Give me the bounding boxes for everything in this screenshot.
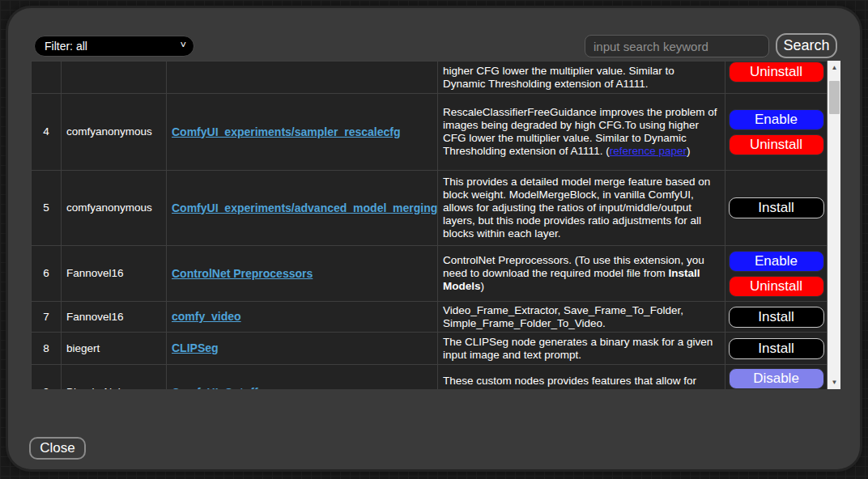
row-author: biegert [62,333,167,365]
row-actions: EnableUninstall [725,246,828,302]
row-author: comfyanonymous [62,171,167,246]
row-description: These custom nodes provides features tha… [438,365,725,390]
row-description: This provides a detailed model merge fea… [438,171,725,246]
row-title-cell: ComfyUI_experiments/sampler_rescalecfg [167,94,438,171]
search-input[interactable] [585,35,769,57]
description-text: ) [481,280,485,292]
row-actions: Install [725,171,828,246]
description-text: Video_Frame_Extractor, Save_Frame_To_Fol… [443,304,683,329]
row-description: The CLIPSeg node generates a binary mask… [438,333,725,365]
install-button[interactable]: Install [729,338,824,359]
row-actions: Uninstall [725,61,828,94]
description-text: This provides a detailed model merge fea… [443,176,710,240]
extension-title-link[interactable]: ComfyUI_experiments/advanced_model_mergi… [172,201,437,214]
install-button[interactable]: Install [729,197,824,218]
table-row: 9BlenderNekoComfyUI_CutoffThese custom n… [32,365,828,390]
enable-button[interactable]: Enable [729,251,824,272]
install-button[interactable]: Install [729,307,824,328]
extension-title-link[interactable]: ComfyUI_Cutoff [172,386,258,389]
row-author: comfyanonymous [62,94,167,171]
filter-select[interactable]: Filter: all [34,36,194,57]
description-text: These custom nodes provides features tha… [443,375,696,387]
row-title-cell: CLIPSeg [167,333,438,365]
description-text: The CLIPSeg node generates a binary mask… [443,336,713,361]
uninstall-button[interactable]: Uninstall [729,61,824,83]
scrollbar-thumb[interactable] [829,81,840,114]
row-author: BlenderNeko [62,365,167,390]
row-title-cell: ComfyUI_Cutoff [167,365,438,390]
row-description: RescaleClassifierFreeGuidance improves t… [438,94,725,171]
row-number: 9 [32,365,62,390]
row-number: 4 [32,94,62,171]
description-text: higher CFG lower the multiplier value. S… [443,65,674,90]
description-text: ) [687,145,691,157]
row-author: Fannovel16 [62,302,167,333]
extension-title-link[interactable]: comfy_video [172,310,241,323]
uninstall-button[interactable]: Uninstall [729,276,824,297]
row-description: Video_Frame_Extractor, Save_Frame_To_Fol… [438,302,725,333]
row-number: 6 [32,246,62,302]
row-author [62,61,167,94]
uninstall-button[interactable]: Uninstall [729,134,824,155]
row-title-cell: ControlNet Preprocessors [167,246,438,302]
row-title-cell: ComfyUI_experiments/advanced_model_mergi… [167,171,438,246]
row-number: 8 [32,333,62,365]
extensions-table-viewport: higher CFG lower the multiplier value. S… [31,61,840,389]
table-row: 6Fannovel16ControlNet PreprocessorsContr… [32,246,828,302]
table-row: 4comfyanonymousComfyUI_experiments/sampl… [32,94,828,171]
row-actions: Install [725,333,828,365]
reference-paper-link[interactable]: reference paper [610,145,687,157]
row-description: ControlNet Preprocessors. (To use this e… [438,246,725,302]
row-actions: EnableUninstall [725,94,828,171]
row-number [32,61,62,94]
row-author: Fannovel16 [62,246,167,302]
table-row: 8biegertCLIPSegThe CLIPSeg node generate… [32,333,828,365]
custom-nodes-manager-dialog: Filter: all ˅ Search higher CFG lower th… [8,8,860,469]
enable-button[interactable]: Enable [729,109,824,130]
search-button[interactable]: Search [776,33,837,58]
filter-dropdown-wrap: Filter: all ˅ [34,36,194,57]
description-text: ControlNet Preprocessors. (To use this e… [443,254,704,279]
row-actions: Disable [725,365,828,390]
extension-title-link[interactable]: ControlNet Preprocessors [172,267,313,280]
row-number: 5 [32,171,62,246]
row-title-cell [167,61,438,94]
row-number: 7 [32,302,62,333]
table-row: higher CFG lower the multiplier value. S… [32,61,828,94]
row-actions: Install [725,302,828,333]
row-description: higher CFG lower the multiplier value. S… [438,61,725,94]
row-title-cell: comfy_video [167,302,438,333]
disable-button[interactable]: Disable [729,368,824,389]
vertical-scrollbar[interactable]: ▲ ▼ [827,61,840,389]
extensions-table-body: higher CFG lower the multiplier value. S… [32,61,828,390]
extension-title-link[interactable]: CLIPSeg [172,341,219,354]
table-row: 5comfyanonymousComfyUI_experiments/advan… [32,171,828,246]
table-row: 7Fannovel16comfy_videoVideo_Frame_Extrac… [32,302,828,333]
close-button[interactable]: Close [29,437,86,460]
scroll-up-arrow-icon[interactable]: ▲ [828,61,840,74]
extension-title-link[interactable]: ComfyUI_experiments/sampler_rescalecfg [172,125,400,138]
extensions-table: higher CFG lower the multiplier value. S… [31,61,828,389]
scroll-down-arrow-icon[interactable]: ▼ [828,375,840,389]
